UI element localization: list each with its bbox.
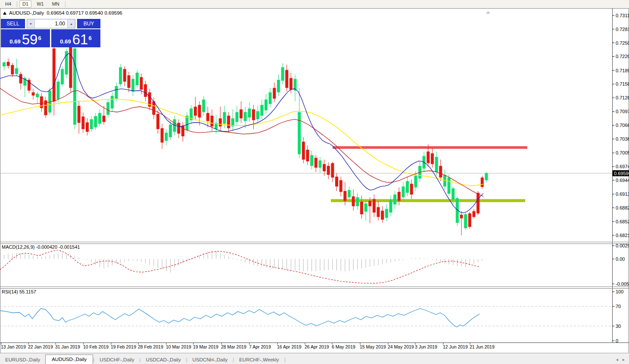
current-price-badge: 0.69596	[613, 170, 629, 176]
buy-price-display[interactable]: 0.69616	[51, 29, 100, 47]
svg-text:6 May 2019: 6 May 2019	[332, 344, 355, 349]
timeframe-button-w1[interactable]: W1	[34, 0, 47, 8]
price-axis: 0.731150.728100.725050.722000.718900.715…	[612, 13, 629, 238]
sell-price-sup: 6	[38, 31, 41, 46]
svg-text:0.002984: 0.002984	[616, 243, 629, 248]
chart-canvas[interactable]: 0.731150.728100.725050.722000.718900.715…	[0, 8, 629, 353]
timeframe-button-h4[interactable]: H4	[2, 0, 14, 8]
svg-text:22 Jan 2019: 22 Jan 2019	[28, 344, 53, 349]
svg-text:31 Jan 2019: 31 Jan 2019	[55, 344, 80, 349]
svg-text:0.69130: 0.69130	[616, 191, 629, 197]
svg-text:0: 0	[616, 338, 618, 343]
svg-text:0.69440: 0.69440	[616, 178, 629, 183]
chart-tab-usdcnh[interactable]: USDCNH-,Daily	[187, 355, 233, 364]
volume-increase-icon[interactable]: ▲	[67, 19, 75, 28]
symbol-triangle-icon	[3, 12, 6, 15]
svg-text:19 Mar 2019: 19 Mar 2019	[193, 344, 218, 349]
chart-tab-eurusd[interactable]: EURUSD-,Daily	[0, 355, 45, 364]
svg-text:0.69745: 0.69745	[616, 164, 629, 169]
svg-text:0.72810: 0.72810	[616, 27, 629, 32]
svg-text:70: 70	[616, 304, 621, 309]
svg-text:26 Apr 2019: 26 Apr 2019	[305, 344, 329, 349]
svg-text:0.69596: 0.69596	[614, 171, 629, 176]
svg-text:0.72505: 0.72505	[616, 40, 629, 46]
svg-text:19 Feb 2019: 19 Feb 2019	[111, 344, 136, 349]
timeframe-toolbar: H4D1W1MN	[0, 0, 629, 9]
macd-label: MACD(12,26,9) -0.000420 -0.001541	[2, 244, 80, 250]
chart-tab-usdcad[interactable]: USDCAD-,Daily	[141, 355, 186, 364]
svg-text:7 Apr 2019: 7 Apr 2019	[249, 344, 271, 349]
svg-text:16 Apr 2019: 16 Apr 2019	[277, 344, 302, 349]
buy-price-sup: 6	[88, 31, 91, 46]
buy-price-big: 61	[72, 33, 88, 46]
svg-text:28 Mar 2019: 28 Mar 2019	[221, 344, 246, 349]
support-line	[331, 199, 525, 202]
svg-text:0.70970: 0.70970	[616, 109, 629, 114]
svg-text:12 Jun 2019: 12 Jun 2019	[443, 344, 468, 349]
volume-spinner: ▼ 1.00 ▲	[27, 19, 75, 28]
sell-price-base: 0.69	[9, 37, 20, 46]
chart-tab-usdchf[interactable]: USDCHF-,Daily	[94, 355, 140, 364]
svg-text:-0.005256: -0.005256	[616, 281, 629, 287]
macd-panel: 0.0029840.00-0.005256	[0, 243, 629, 287]
toolbar-separator	[17, 1, 17, 7]
svg-text:13 Jan 2019: 13 Jan 2019	[1, 344, 26, 349]
chart-tab-eurchf[interactable]: EURCHF-,Weekly	[234, 355, 284, 364]
ohlc-values: 0.69654 0.69717 0.69540 0.69596	[47, 10, 122, 15]
volume-input[interactable]: 1.00	[35, 19, 67, 28]
sell-price-big: 59	[22, 33, 38, 46]
svg-text:24 May 2019: 24 May 2019	[388, 344, 414, 349]
toolbar-separator	[65, 1, 65, 7]
timeframe-button-mn[interactable]: MN	[49, 0, 62, 8]
rsi-panel: 10070300	[0, 289, 623, 343]
rsi-label: RSI(14) 55.1157	[2, 289, 36, 294]
svg-text:21 Jun 2019: 21 Jun 2019	[470, 344, 495, 349]
svg-text:0.70360: 0.70360	[616, 136, 629, 142]
svg-text:0.71585: 0.71585	[616, 81, 629, 86]
scroll-to-end-icon[interactable]	[486, 11, 490, 14]
svg-text:0.72200: 0.72200	[616, 54, 629, 59]
chart-tab-bar: EURUSD-,DailyAUDUSD-,Daily|USDCHF-,Daily…	[0, 353, 629, 364]
svg-text:30: 30	[616, 324, 621, 329]
tab-scroll-arrows-icon[interactable]: ◄ ►	[615, 358, 626, 364]
ma-red-line	[0, 88, 483, 196]
svg-text:28 Feb 2019: 28 Feb 2019	[138, 344, 163, 349]
chart-frame	[0, 8, 629, 353]
svg-text:10 Mar 2019: 10 Mar 2019	[166, 344, 191, 349]
sell-button[interactable]: SELL	[1, 19, 25, 28]
chart-title: AUDUSD-,Daily 0.69654 0.69717 0.69540 0.…	[3, 10, 122, 15]
svg-text:0.70665: 0.70665	[616, 123, 629, 128]
chart-window: 0.731150.728100.725050.722000.718900.715…	[0, 8, 629, 353]
date-axis[interactable]: 13 Jan 201922 Jan 201931 Jan 201910 Feb …	[1, 342, 495, 349]
one-click-trading-panel: SELL ▼ 1.00 ▲ BUY 0.69596 0.69616	[1, 19, 100, 47]
svg-text:0.71890: 0.71890	[616, 68, 629, 73]
svg-text:0.00: 0.00	[616, 256, 625, 262]
svg-text:0.68825: 0.68825	[616, 205, 629, 210]
candles-layer	[3, 44, 488, 235]
svg-text:0.68520: 0.68520	[616, 219, 629, 224]
rsi-line	[0, 308, 480, 327]
svg-text:0.73115: 0.73115	[616, 13, 629, 18]
buy-price-base: 0.69	[60, 37, 71, 46]
trading-platform-window: H4D1W1MN 0.731150.728100.725050.722000.7…	[0, 0, 629, 364]
svg-text:0.70050: 0.70050	[616, 150, 629, 155]
timeframe-button-d1[interactable]: D1	[19, 0, 31, 8]
svg-text:3 Jun 2019: 3 Jun 2019	[415, 344, 437, 349]
svg-text:10 Feb 2019: 10 Feb 2019	[83, 344, 109, 349]
svg-text:100: 100	[616, 289, 623, 294]
sell-price-display[interactable]: 0.69596	[1, 29, 50, 47]
svg-text:15 May 2019: 15 May 2019	[360, 344, 386, 349]
svg-text:0.68210: 0.68210	[616, 233, 629, 238]
symbol-name: AUDUSD-,Daily	[9, 10, 44, 15]
volume-decrease-icon[interactable]: ▼	[27, 19, 35, 28]
svg-text:0.71280: 0.71280	[616, 95, 629, 100]
tab-separator: |	[284, 357, 286, 364]
buy-button[interactable]: BUY	[77, 19, 100, 28]
macd-signal-line	[0, 250, 480, 283]
chart-tab-audusd[interactable]: AUDUSD-,Daily	[45, 355, 93, 364]
